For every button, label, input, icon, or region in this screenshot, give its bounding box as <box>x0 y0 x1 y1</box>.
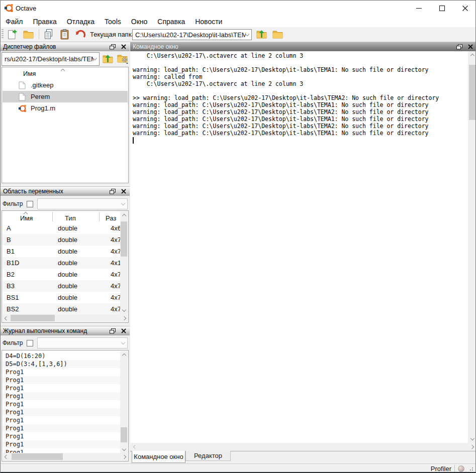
console-line: warning: called from <box>133 73 468 80</box>
history-entry[interactable]: Prog1 <box>3 384 120 392</box>
scrollbar-thumb[interactable] <box>121 427 127 442</box>
command-window-vscrollbar[interactable] <box>468 51 476 443</box>
history-entry[interactable]: D5=D(3:4,[1,3,6]) <box>3 360 120 368</box>
scroll-left-icon[interactable] <box>4 316 8 320</box>
toolbar-browse-folder-button[interactable] <box>271 28 284 40</box>
file-browser-titlebar[interactable]: Диспетчер файлов <box>1 42 130 51</box>
new-script-button[interactable] <box>6 28 19 40</box>
toolbar-folder-up-button[interactable] <box>255 28 268 40</box>
workspace-filter-combobox[interactable] <box>37 198 128 209</box>
scroll-right-icon[interactable] <box>122 316 126 320</box>
menu-help[interactable]: Справка <box>152 18 190 26</box>
history-entry[interactable]: Prog1 <box>3 440 120 448</box>
history-filter-combobox[interactable] <box>37 337 128 348</box>
scrollbar-thumb[interactable] <box>11 315 55 321</box>
tab-command-window[interactable]: Командное окно <box>132 451 185 463</box>
variable-row[interactable]: B2double4x7 <box>3 269 121 280</box>
paste-button[interactable] <box>58 28 71 40</box>
history-vscrollbar[interactable] <box>120 351 128 453</box>
menu-debug[interactable]: Отладка <box>62 18 100 26</box>
variable-row[interactable]: B1Ddouble4x1 <box>3 257 121 269</box>
scroll-left-icon[interactable] <box>133 444 137 448</box>
scroll-right-icon[interactable] <box>122 454 126 458</box>
file-browser-up-button[interactable] <box>101 53 114 65</box>
history-entry[interactable]: Prog1 <box>3 408 120 416</box>
variable-row[interactable]: BS2double4x7 <box>3 303 121 315</box>
command-window-output[interactable]: C:\Users\u202-17\.octaverc at line 2 col… <box>130 51 468 443</box>
history-entry[interactable]: Prog1 <box>3 400 120 408</box>
history-list[interactable]: D4=D(16:20) D5=D(3:4,[1,3,6]) Prog1 Prog… <box>2 350 129 461</box>
history-entry[interactable]: Prog1 <box>3 376 120 384</box>
undo-button[interactable] <box>74 28 87 40</box>
file-row[interactable]: .gitkeep <box>3 79 128 91</box>
history-titlebar[interactable]: Журнал выполненных команд <box>1 326 130 335</box>
resize-grip[interactable] <box>468 466 473 471</box>
undock-icon[interactable] <box>455 43 463 50</box>
command-window-titlebar[interactable]: Командное окно <box>130 42 476 51</box>
close-button[interactable] <box>453 1 476 16</box>
scrollbar-thumb[interactable] <box>12 453 63 460</box>
menu-file[interactable]: Файл <box>1 18 28 26</box>
menu-tools[interactable]: Tools <box>100 18 126 26</box>
current-folder-combobox[interactable]: C:\Users\u202-17\Desktop\it-labs\TEMA1 <box>132 29 252 40</box>
maximize-button[interactable] <box>430 1 453 16</box>
folder-up-icon <box>256 30 267 39</box>
scroll-down-icon[interactable] <box>122 447 126 451</box>
scroll-right-icon[interactable] <box>469 444 473 448</box>
workspace-titlebar[interactable]: Область переменных <box>1 186 130 196</box>
open-file-button[interactable] <box>22 28 35 40</box>
undock-icon[interactable] <box>109 327 116 334</box>
menu-edit[interactable]: Правка <box>28 18 61 26</box>
file-row-selected[interactable]: Perem <box>3 91 128 102</box>
workspace-filter-checkbox[interactable] <box>27 201 33 207</box>
history-entry[interactable]: Prog1 <box>3 432 120 440</box>
file-browser-column-header[interactable]: Имя <box>23 70 36 77</box>
menu-news[interactable]: Новости <box>190 18 227 26</box>
undock-icon[interactable] <box>109 43 116 50</box>
copy-button[interactable] <box>42 28 55 40</box>
history-entry[interactable]: Prog1 <box>3 424 120 432</box>
tab-editor[interactable]: Редактор <box>185 451 231 461</box>
close-icon[interactable] <box>120 188 127 195</box>
workspace-vscrollbar[interactable] <box>120 211 128 314</box>
profiler-status-icon[interactable] <box>458 465 464 472</box>
history-entry[interactable]: Prog1 <box>3 368 120 376</box>
workspace-filter-label: Фильтр <box>3 200 23 207</box>
close-icon[interactable] <box>120 43 127 50</box>
history-entry[interactable]: Prog1 <box>3 416 120 424</box>
toolbar-drag-handle[interactable] <box>2 29 4 39</box>
variable-row[interactable]: B1double4x7 <box>3 246 121 257</box>
variable-row[interactable]: B3double4x7 <box>3 280 121 292</box>
file-browser-path-combobox[interactable]: rs/u202-17/Desktop/it-labs/TEMA1 <box>2 52 100 66</box>
variable-row[interactable]: Bdouble4x7 <box>3 234 121 246</box>
command-window-hscrollbar[interactable] <box>130 443 476 451</box>
history-entry[interactable]: Prog1 <box>3 392 120 400</box>
history-filter-checkbox[interactable] <box>27 340 33 346</box>
history-entry[interactable]: D4=D(16:20) <box>3 352 120 360</box>
scrollbar-thumb[interactable] <box>121 221 127 257</box>
octave-main-window: Octave Файл Правка Отладка Tools Окно Сп… <box>0 0 476 473</box>
variable-row[interactable]: BS1double4x7 <box>3 292 121 303</box>
scroll-up-icon[interactable] <box>122 214 126 218</box>
folder-up-icon <box>103 54 113 63</box>
close-icon[interactable] <box>120 327 127 334</box>
undock-icon[interactable] <box>109 188 116 195</box>
minimize-button[interactable] <box>407 1 430 16</box>
scroll-down-icon[interactable] <box>122 308 126 312</box>
scrollbar-thumb[interactable] <box>469 65 475 120</box>
variable-row[interactable]: Adouble4x6 <box>3 222 121 234</box>
menu-window[interactable]: Окно <box>126 18 153 26</box>
workspace-hscrollbar[interactable] <box>3 314 128 322</box>
scroll-left-icon[interactable] <box>4 454 8 458</box>
scroll-up-icon[interactable] <box>470 54 474 58</box>
file-row[interactable]: Prog1.m <box>3 102 128 114</box>
file-browser-actions-button[interactable] <box>116 53 129 65</box>
menu-bar: Файл Правка Отладка Tools Окно Справка Н… <box>1 16 475 27</box>
file-browser-list[interactable]: Имя .gitkeep Perem Prog1.m <box>2 67 129 183</box>
close-icon[interactable] <box>466 43 474 50</box>
scroll-up-icon[interactable] <box>122 353 126 358</box>
undo-icon <box>75 29 86 39</box>
scroll-down-icon[interactable] <box>470 436 474 440</box>
history-hscrollbar[interactable] <box>3 453 128 460</box>
window-titlebar[interactable]: Octave <box>1 1 475 16</box>
